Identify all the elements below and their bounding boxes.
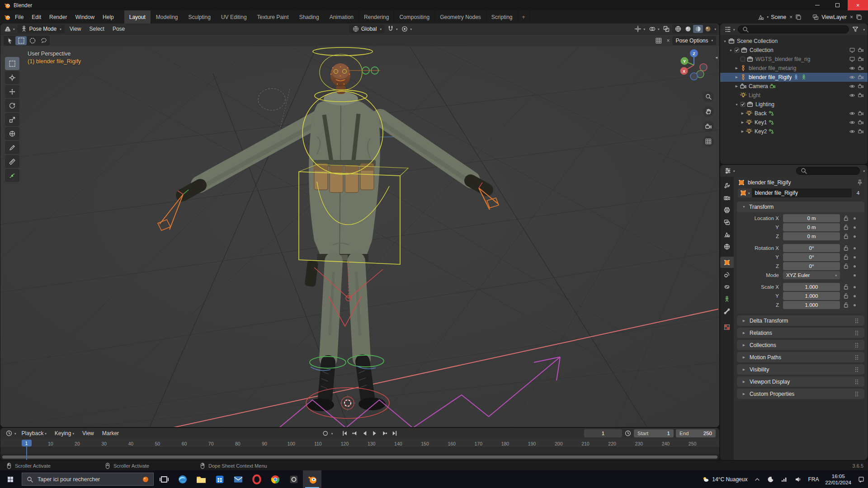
location-x-value-field[interactable]: 0 m	[783, 214, 840, 222]
properties-search-input[interactable]	[796, 167, 860, 175]
viewport-menu-view[interactable]: View	[66, 23, 85, 34]
viewport-3d[interactable]: User Perspective (1) blender file_Rigify…	[0, 46, 719, 427]
scene-unlink-button[interactable]: ×	[788, 14, 793, 20]
transport-jump-end-button[interactable]	[390, 430, 399, 437]
viewlayer-remove-button[interactable]: ×	[849, 14, 854, 20]
properties-tab-constraints[interactable]	[720, 281, 734, 292]
timeline-editor-type-button[interactable]: ▾	[4, 429, 18, 438]
tool-rotate[interactable]	[5, 99, 19, 112]
viewport-zoom-button[interactable]	[703, 91, 714, 102]
workspace-tab-texture-paint[interactable]: Texture Paint	[252, 10, 294, 23]
animate-dot[interactable]	[854, 235, 856, 238]
preview-range-clock-icon[interactable]	[624, 430, 632, 437]
toggle-camera-icon[interactable]	[858, 74, 864, 81]
frame-ruler[interactable]: 1102030405060708090100110120130140150160…	[0, 439, 719, 448]
scale-x-value-field[interactable]: 1.000	[783, 283, 840, 291]
start-frame-field[interactable]: Start 1	[634, 429, 674, 437]
viewport-grid-button[interactable]	[703, 136, 714, 147]
outliner-item-scene-collection[interactable]: ▼Scene Collection	[720, 37, 868, 46]
menu-file[interactable]: File	[11, 10, 28, 23]
animate-dot[interactable]	[854, 217, 856, 220]
timeline-scrollbar-thumb[interactable]	[2, 455, 717, 459]
timeline-menu-playback[interactable]: Playback▾	[18, 428, 51, 439]
menu-help[interactable]: Help	[99, 10, 118, 23]
z-value-field[interactable]: 1.000	[783, 301, 840, 309]
scene-name[interactable]: Scene	[771, 14, 786, 20]
workspace-tab-sculpting[interactable]: Sculpting	[184, 10, 216, 23]
tool-cursor[interactable]	[5, 71, 19, 84]
disclosure-icon[interactable]: ▼	[722, 40, 728, 43]
shading-rendered-button[interactable]	[703, 25, 713, 33]
toggle-eye-icon[interactable]	[849, 119, 855, 126]
workspace-tab-rendering[interactable]: Rendering	[359, 10, 394, 23]
timeline-track[interactable]	[0, 448, 719, 454]
network-tray-icon[interactable]	[778, 470, 791, 488]
lock-open-icon[interactable]	[842, 283, 850, 291]
shading-wireframe-button[interactable]	[673, 25, 683, 33]
disclosure-icon[interactable]: ▶	[740, 112, 745, 115]
mode-dropdown[interactable]: Pose Mode ▾	[17, 24, 65, 33]
taskbar-app-mail[interactable]	[229, 470, 247, 488]
taskbar-app-store[interactable]	[210, 470, 229, 488]
navigation-gizmo[interactable]: Z Y X	[678, 48, 710, 80]
outliner-item-blender-file-metarig[interactable]: ▶blender file_metarig	[720, 64, 868, 73]
workspace-tab-shading[interactable]: Shading	[294, 10, 325, 23]
properties-tab-object[interactable]	[720, 257, 734, 268]
viewport-menu-select[interactable]: Select	[85, 23, 108, 34]
lock-open-icon[interactable]	[842, 215, 850, 222]
toggle-camera-icon[interactable]	[858, 47, 864, 54]
section-collections[interactable]: ▶Collections	[737, 340, 864, 350]
toggle-eye-icon[interactable]	[849, 128, 855, 135]
toggle-camera-icon[interactable]	[858, 65, 864, 72]
language-indicator[interactable]: FRA	[805, 470, 822, 488]
select-mode-select-lasso[interactable]	[38, 36, 49, 45]
outliner-item-light[interactable]: Light	[720, 91, 868, 100]
checkbox-icon[interactable]	[734, 47, 740, 54]
add-workspace-button[interactable]: +	[518, 10, 530, 23]
properties-editor-type-button[interactable]: ▾	[723, 166, 736, 175]
transport-play-button[interactable]	[370, 430, 379, 437]
tool-clear-button[interactable]: ×	[665, 38, 670, 44]
scene-new-icon[interactable]	[795, 14, 802, 21]
checkbox-icon[interactable]	[740, 101, 746, 108]
disclosure-icon[interactable]: ▶	[734, 84, 740, 88]
maximize-button[interactable]	[827, 0, 848, 10]
toggle-camera-icon[interactable]	[858, 128, 864, 135]
y-value-field[interactable]: 0 m	[783, 223, 840, 231]
gizmo-z-negative[interactable]	[690, 73, 698, 80]
editor-type-button[interactable]: ▾	[3, 24, 16, 33]
outliner-item-camera[interactable]: ▶Camera	[720, 82, 868, 91]
transform-panel-header[interactable]: ▼ Transform	[737, 202, 864, 212]
viewport-pan-button[interactable]	[703, 106, 714, 117]
blender-menu-icon[interactable]	[4, 14, 11, 21]
properties-tab-physics[interactable]	[720, 269, 734, 280]
section-motion-paths[interactable]: ▶Motion Paths	[737, 352, 864, 362]
tool-measure[interactable]	[5, 155, 19, 168]
toggle-eye-icon[interactable]	[849, 83, 855, 90]
workspace-tab-animation[interactable]: Animation	[325, 10, 359, 23]
tool-grid-button[interactable]	[654, 36, 664, 45]
select-mode-select-box[interactable]	[15, 36, 27, 45]
animate-dot[interactable]	[854, 295, 856, 297]
disclosure-icon[interactable]: ▼	[734, 103, 740, 106]
rotation-x-value-field[interactable]: 0°	[783, 244, 840, 252]
animate-dot[interactable]	[854, 286, 856, 288]
y-value-field[interactable]: 0°	[783, 253, 840, 261]
outliner-editor-type-button[interactable]: ▾	[723, 25, 736, 34]
tray-expand-button[interactable]	[750, 470, 764, 488]
toggle-eye-icon[interactable]	[849, 110, 855, 117]
transport-prev-keyframe-button[interactable]	[350, 430, 359, 437]
orientation-dropdown[interactable]: Global ▾	[349, 24, 385, 33]
tool-scale[interactable]	[5, 113, 19, 126]
outliner-item-blender-file-rigify[interactable]: ▶blender file_Rigify	[720, 73, 868, 82]
shading-solid-button[interactable]	[683, 25, 693, 33]
section-viewport-display[interactable]: ▶Viewport Display	[737, 376, 864, 387]
animate-dot[interactable]	[854, 274, 856, 277]
sidebar-toggle[interactable]: ◂	[715, 55, 717, 60]
outliner-item-collection[interactable]: ▼Collection	[720, 46, 868, 55]
shading-material-button[interactable]	[693, 25, 703, 33]
object-name-field[interactable]: blender file_Rigify	[752, 188, 852, 197]
toggle-camera-icon[interactable]	[858, 110, 864, 117]
auto-keying-button[interactable]	[321, 430, 330, 437]
close-button[interactable]: ×	[848, 0, 868, 10]
